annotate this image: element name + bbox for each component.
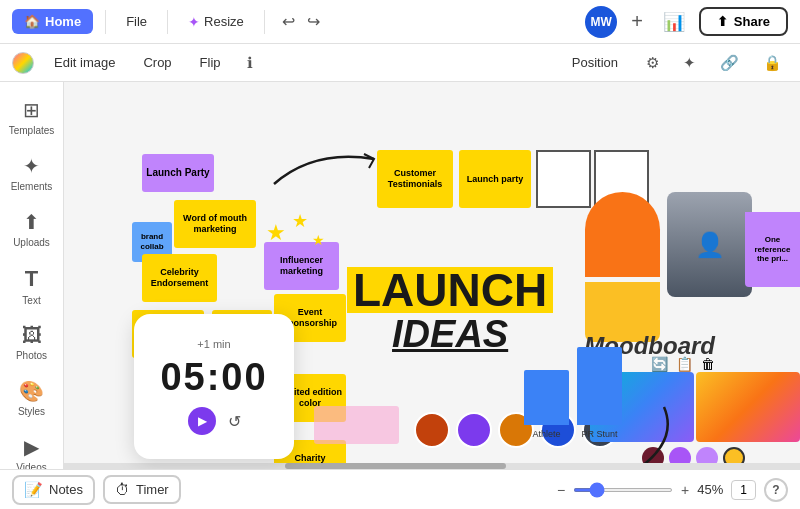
elements-icon: ✦ [23,154,40,178]
launch-title-line2: IDEAS [392,313,508,355]
undo-redo-group: ↩ ↪ [277,7,325,36]
share-button[interactable]: ⬆ Share [699,7,788,36]
bottom-bar: 📝 Notes ⏱ Timer − + 45% 1 ? [0,469,800,509]
refresh-icon[interactable]: 🔄 [651,356,668,372]
sidebar-item-templates[interactable]: ⊞ Templates [4,90,60,144]
notes-icon: 📝 [24,481,43,499]
add-collaborator-button[interactable]: + [625,8,649,35]
undo-button[interactable]: ↩ [277,7,300,36]
timer-label: Timer [136,482,169,497]
secondary-toolbar: Edit image Crop Flip ℹ Position ⚙ ✦ 🔗 🔒 [0,44,800,82]
main-area: ⊞ Templates ✦ Elements ⬆ Uploads T Text … [0,82,800,469]
home-button[interactable]: 🏠 Home [12,9,93,34]
curved-arrow-bottom [614,402,684,469]
videos-icon: ▶ [24,435,39,459]
avatar-2[interactable] [456,412,492,448]
file-button[interactable]: File [118,10,155,33]
note-blank-1[interactable] [536,150,591,208]
launch-title: LAUNCH IDEAS [347,267,553,353]
divider2 [167,10,168,34]
star-decoration-3: ★ [312,232,325,248]
text-icon: T [25,266,38,292]
lock-button[interactable]: 🔒 [757,50,788,76]
note-launch-party-2[interactable]: Launch party [459,150,531,208]
note-customer-testimonials[interactable]: Customer Testimonials [377,150,453,208]
sidebar-item-photos[interactable]: 🖼 Photos [4,316,60,369]
help-button[interactable]: ? [764,478,788,502]
timer-button[interactable]: ⏱ Timer [103,475,181,504]
styles-icon: 🎨 [19,379,44,403]
position-button[interactable]: Position [562,51,628,74]
timer-plus-label: +1 min [197,338,230,350]
photo-orange[interactable] [585,192,660,277]
uploads-label: Uploads [13,237,50,248]
sidebar-item-videos[interactable]: ▶ Videos [4,427,60,469]
zoom-in-icon: + [681,482,689,498]
bar-rect-2 [577,347,622,425]
flip-button[interactable]: Flip [192,51,229,74]
sidebar-item-uploads[interactable]: ⬆ Uploads [4,202,60,256]
edit-image-button[interactable]: Edit image [46,51,123,74]
page-nav-button[interactable]: 1 [731,480,756,500]
bar-athlete: Athlete [524,370,569,439]
avatar-initials: MW [591,15,612,29]
divider3 [264,10,265,34]
resize-label: Resize [204,14,244,29]
sidebar-item-text[interactable]: T Text [4,258,60,314]
photos-label: Photos [16,350,47,361]
zoom-slider[interactable] [573,488,673,492]
photo-portrait[interactable]: 👤 [667,192,752,297]
timer-reset-button[interactable]: ↺ [228,412,241,431]
avatar-1[interactable] [414,412,450,448]
timer-widget: +1 min 05:00 ▶ ↺ [134,314,294,459]
templates-icon: ⊞ [23,98,40,122]
resize-button[interactable]: ✦ Resize [180,10,252,34]
note-pink-bottom[interactable] [314,406,399,444]
bar-label-1: Athlete [532,429,560,439]
gradient-img-2[interactable] [696,372,800,442]
crop-label: Crop [143,55,171,70]
filter-icon-button[interactable]: ⚙ [640,50,665,76]
crop-button[interactable]: Crop [135,51,179,74]
divider1 [105,10,106,34]
top-bar: 🏠 Home File ✦ Resize ↩ ↪ MW + 📊 ⬆ Share [0,0,800,44]
uploads-icon: ⬆ [23,210,40,234]
delete-icon[interactable]: 🗑 [701,356,715,372]
notes-button[interactable]: 📝 Notes [12,475,95,505]
play-icon: ▶ [198,414,207,428]
timer-icon: ⏱ [115,481,130,498]
sidebar-item-styles[interactable]: 🎨 Styles [4,371,60,425]
redo-button[interactable]: ↪ [302,7,325,36]
canvas-area[interactable]: Launch Party Word of mouth marketing bra… [64,82,800,469]
timer-controls: ▶ ↺ [188,407,241,435]
user-avatar[interactable]: MW [585,6,617,38]
share-label: Share [734,14,770,29]
note-launch-party[interactable]: Launch Party [142,154,214,192]
timer-play-button[interactable]: ▶ [188,407,216,435]
magic-icon: ✦ [188,14,200,30]
note-one-reference[interactable]: One reference the pri... [745,212,800,287]
moodboard-toolbar: 🔄 📋 🗑 [651,356,715,372]
page-nav: 1 [731,480,756,500]
zoom-out-icon: − [557,482,565,498]
home-label: Home [45,14,81,29]
sidebar: ⊞ Templates ✦ Elements ⬆ Uploads T Text … [0,82,64,469]
note-influencer-marketing[interactable]: Influencer marketing [264,242,339,290]
page-number: 1 [740,483,747,497]
canvas[interactable]: Launch Party Word of mouth marketing bra… [64,82,800,469]
bar-pr-stunt: PR Stunt [577,347,622,439]
share-icon: ⬆ [717,14,728,29]
copy-icon[interactable]: 📋 [676,356,693,372]
analytics-button[interactable]: 📊 [657,7,691,37]
note-celebrity-endorsement[interactable]: Celebrity Endorsement [142,254,217,302]
photos-icon: 🖼 [22,324,42,347]
animate-button[interactable]: ✦ [677,50,702,76]
launch-title-line1: LAUNCH [353,264,547,316]
home-icon: 🏠 [24,14,40,29]
info-button[interactable]: ℹ [241,50,259,76]
note-word-of-mouth[interactable]: Word of mouth marketing [174,200,256,248]
videos-label: Videos [16,462,46,469]
sidebar-item-elements[interactable]: ✦ Elements [4,146,60,200]
link-button[interactable]: 🔗 [714,50,745,76]
color-picker[interactable] [12,52,34,74]
